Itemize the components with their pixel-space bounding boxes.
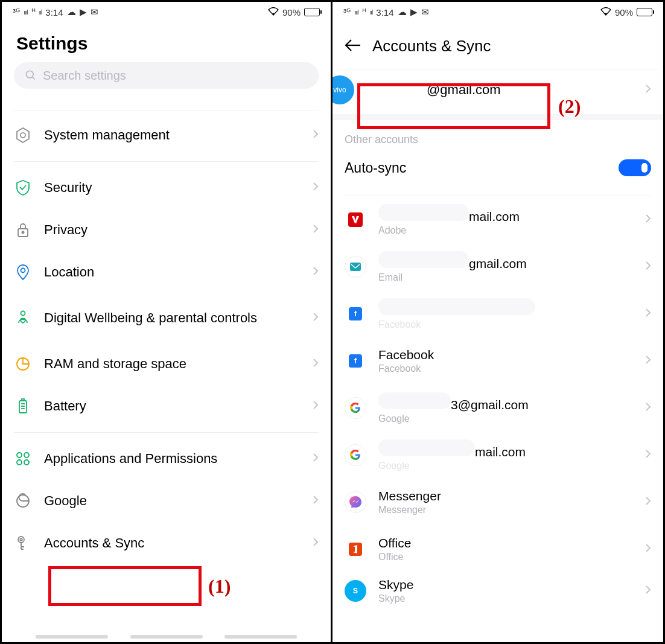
svg-point-6 — [22, 231, 24, 233]
primary-account-row[interactable]: vivo @gmail.com — [332, 69, 663, 114]
auto-sync-toggle[interactable] — [619, 159, 651, 176]
account-row-facebook-1[interactable]: f Facebook — [332, 290, 663, 337]
chevron-right-icon — [645, 214, 651, 226]
chevron-right-icon — [313, 495, 319, 507]
chevron-right-icon — [645, 84, 651, 96]
key-icon — [14, 534, 32, 552]
row-wellbeing[interactable]: Digital Wellbeing & parental controls — [14, 293, 319, 343]
search-input[interactable]: Search settings — [14, 62, 319, 89]
svg-point-22 — [605, 13, 606, 14]
row-battery[interactable]: Battery — [14, 385, 319, 427]
facebook-icon: f — [349, 354, 362, 368]
chevron-right-icon — [313, 453, 319, 465]
account-sub: Facebook — [378, 319, 633, 330]
row-applications-permissions[interactable]: Applications and Permissions — [14, 438, 319, 480]
account-primary: Office — [378, 536, 633, 550]
lock-icon — [14, 221, 32, 239]
chevron-right-icon — [645, 449, 651, 461]
account-row-facebook-2[interactable]: f Facebook Facebook — [332, 337, 663, 384]
svg-rect-18 — [24, 460, 29, 465]
row-security[interactable]: Security — [14, 167, 319, 209]
location-pin-icon — [14, 263, 32, 281]
account-row-messenger[interactable]: Messenger Messenger — [332, 479, 663, 526]
row-location[interactable]: Location — [14, 251, 319, 293]
row-ram-storage[interactable]: RAM and storage space — [14, 343, 319, 385]
svg-point-1 — [27, 71, 34, 78]
battery-pct: 90% — [615, 7, 633, 18]
signal-icon: ıııl — [354, 9, 358, 16]
row-privacy[interactable]: Privacy — [14, 209, 319, 251]
svg-point-8 — [21, 311, 25, 316]
row-accounts-sync[interactable]: Accounts & Sync — [14, 522, 319, 564]
annotation-label-2: (2) — [558, 95, 581, 118]
chevron-right-icon — [313, 312, 319, 324]
account-sub: Messenger — [378, 505, 633, 515]
heart-person-icon — [14, 309, 32, 327]
account-sub: Facebook — [378, 363, 633, 374]
cloud-icon: ☁ — [67, 7, 76, 18]
wifi-icon — [268, 7, 279, 18]
row-google[interactable]: Google — [14, 480, 319, 522]
cloud-icon: ☁ — [398, 7, 407, 18]
row-label: Accounts & Sync — [44, 535, 301, 551]
chevron-right-icon — [313, 537, 319, 549]
facebook-icon: f — [349, 307, 362, 320]
svg-point-0 — [272, 13, 274, 14]
network-3g-icon: ³ᴳ — [13, 7, 20, 18]
signal-icon: ıııl — [24, 9, 28, 16]
skype-icon: S — [345, 580, 366, 602]
annotation-highlight-1 — [48, 566, 202, 606]
chevron-right-icon — [645, 402, 651, 414]
gear-hex-icon — [14, 126, 32, 144]
row-system-management[interactable]: System management — [14, 114, 319, 156]
search-icon — [25, 69, 37, 81]
auto-sync-row[interactable]: Auto-sync — [332, 151, 663, 191]
svg-point-4 — [21, 133, 25, 138]
account-primary: Skype — [378, 578, 633, 592]
page-title: Accounts & Sync — [372, 37, 491, 56]
chevron-right-icon — [645, 585, 651, 597]
svg-rect-16 — [24, 453, 29, 457]
screen-settings: ³ᴳ ıııl ᴴ ııl 3:14 ☁ ▶ ✉ 90% Settings Se… — [0, 0, 332, 644]
chevron-right-icon — [313, 182, 319, 194]
row-label: Applications and Permissions — [44, 451, 301, 467]
svg-point-20 — [18, 537, 24, 543]
adobe-icon — [348, 212, 363, 227]
network-3g-icon: ³ᴳ — [343, 7, 351, 18]
status-bar: ³ᴳ ıııl ᴴ ııl 3:14 ☁ ▶ ✉ 90% — [2, 2, 331, 22]
google-g-icon — [14, 492, 32, 510]
svg-point-21 — [20, 538, 22, 541]
account-row-adobe[interactable]: mail.com Adobe — [332, 196, 663, 243]
clock: 3:14 — [376, 7, 393, 18]
network-h-icon: ᴴ — [362, 7, 366, 18]
account-sub: Google — [378, 461, 633, 471]
account-row-google-2[interactable]: mail.com Google — [332, 432, 663, 479]
chevron-right-icon — [645, 355, 651, 367]
arrow-left-icon — [345, 39, 361, 52]
back-button[interactable] — [345, 39, 361, 54]
account-row-skype[interactable]: S Skype Skype — [332, 573, 663, 609]
account-primary: mail.com — [378, 439, 633, 459]
account-row-google-1[interactable]: 3@gmail.com Google — [332, 384, 663, 432]
wifi-icon — [600, 7, 611, 18]
account-primary: Facebook — [378, 348, 633, 362]
row-label: RAM and storage space — [44, 356, 301, 372]
google-icon — [345, 444, 366, 466]
nav-indicator — [2, 635, 331, 639]
row-label: Battery — [44, 398, 301, 414]
account-row-email[interactable]: gmail.com Email — [332, 243, 663, 290]
clock: 3:14 — [45, 7, 63, 18]
messenger-icon — [345, 491, 366, 513]
row-label: System management — [44, 127, 301, 143]
svg-rect-24 — [350, 263, 361, 271]
pie-chart-icon — [14, 355, 32, 373]
annotation-label-1: (1) — [208, 575, 231, 598]
office-icon — [349, 543, 362, 556]
chevron-right-icon — [645, 261, 651, 273]
chevron-right-icon — [313, 400, 319, 412]
account-sub: Skype — [378, 593, 633, 604]
account-row-office[interactable]: Office Office — [332, 526, 663, 573]
signal-icon-2: ııl — [39, 9, 42, 16]
chevron-right-icon — [645, 496, 651, 508]
row-label: Location — [44, 264, 301, 280]
